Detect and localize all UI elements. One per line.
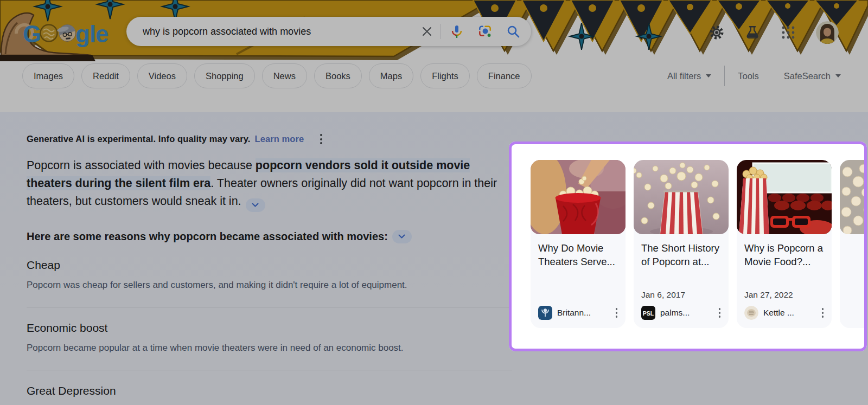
tab-images[interactable]: Images	[22, 63, 74, 88]
search-bar	[126, 17, 531, 46]
all-filters-label: All filters	[667, 71, 701, 81]
tab-videos[interactable]: Videos	[137, 63, 187, 88]
britannica-icon	[538, 306, 552, 320]
searchbar-divider	[441, 24, 441, 39]
profile-avatar[interactable]	[816, 21, 839, 44]
tools-button[interactable]: Tools	[738, 71, 759, 81]
card-source-name: palms...	[660, 308, 690, 318]
card-image-striped-popcorn-box	[634, 160, 729, 234]
card-source-row: Kettle ...	[744, 306, 825, 320]
card-menu-button[interactable]	[616, 308, 619, 318]
card-menu-button[interactable]	[719, 308, 722, 318]
expand-answer-button[interactable]	[246, 198, 265, 212]
reason-title: Great Depression	[27, 384, 512, 397]
card-source-name: Kettle ...	[763, 308, 794, 318]
apps-grid-icon	[781, 25, 795, 40]
chevron-down-icon	[706, 74, 711, 78]
source-card[interactable]: Why Do Movie Theaters Serve... Britann..…	[531, 160, 626, 328]
tab-flights[interactable]: Flights	[420, 63, 470, 88]
section-divider	[27, 370, 512, 370]
ai-answer-paragraph: Popcorn is associated with movies becaus…	[27, 157, 512, 212]
reason-title: Cheap	[27, 259, 512, 272]
source-cards-carousel: Why Do Movie Theaters Serve... Britann..…	[531, 160, 864, 328]
card-title: The Short History of Popcorn at...	[641, 241, 722, 268]
card-image-movie-theater-popcorn	[737, 160, 832, 234]
microphone-icon	[449, 24, 464, 39]
search-filter-chips: Images Reddit Videos Shopping News Books…	[22, 63, 532, 88]
tab-reddit[interactable]: Reddit	[81, 63, 130, 88]
flask-icon	[744, 24, 761, 41]
search-icon	[506, 24, 521, 39]
card-title: Why Do Movie Theaters Serve...	[538, 241, 618, 268]
reason-body: Popcorn was cheap for sellers and custom…	[27, 279, 512, 291]
tab-finance[interactable]: Finance	[477, 63, 532, 88]
card-image-popcorn-bucket-cinema	[531, 160, 626, 234]
gear-icon	[709, 24, 725, 41]
chevron-down-icon	[835, 74, 841, 78]
reason-body: Popcorn became popular at a time when mo…	[27, 342, 512, 354]
google-search-page: G gle	[0, 0, 868, 405]
card-body: Why Do Movie Theaters Serve... Britann..…	[531, 234, 626, 328]
disclaimer-menu-button[interactable]	[320, 134, 322, 144]
sge-disclaimer: Generative AI is experimental. Info qual…	[27, 134, 512, 144]
svg-text:PSL: PSL	[643, 310, 654, 317]
avatar-image	[816, 21, 839, 44]
sge-answer-column: Generative AI is experimental. Info qual…	[27, 134, 512, 397]
tab-shopping[interactable]: Shopping	[194, 63, 255, 88]
card-menu-button[interactable]	[822, 308, 825, 318]
source-card[interactable]: The Short History of Popcorn at... Jan 6…	[634, 160, 729, 328]
tab-books[interactable]: Books	[314, 63, 362, 88]
source-cards-panel: Why Do Movie Theaters Serve... Britann..…	[512, 144, 864, 349]
header-actions	[709, 21, 839, 44]
google-lens-icon	[477, 24, 493, 39]
source-card[interactable]: Why is Popcorn a Movie Food?... Jan 27, …	[737, 160, 832, 328]
card-source-name: Britann...	[557, 308, 591, 318]
search-labs-button[interactable]	[744, 24, 761, 41]
card-date: Jan 6, 2017	[641, 290, 722, 300]
reason-title: Economic boost	[27, 322, 512, 335]
answer-prefix: Popcorn is associated with movies becaus…	[27, 159, 256, 172]
kettle-icon	[744, 306, 758, 320]
card-title: Why is Popcorn a Movie Food?...	[744, 241, 825, 268]
section-divider	[27, 307, 512, 307]
safesearch-dropdown[interactable]: SafeSearch	[784, 71, 841, 81]
chevron-down-icon	[398, 234, 405, 239]
card-body: Why is Popcorn a Movie Food?... Jan 27, …	[737, 234, 832, 328]
svg-text:G: G	[23, 21, 40, 47]
all-filters-dropdown[interactable]: All filters	[667, 71, 711, 81]
reasons-heading-text: Here are some reasons why popcorn became…	[27, 230, 388, 243]
voice-search-button[interactable]	[449, 23, 465, 40]
filter-divider	[724, 66, 725, 86]
card-image-popcorn-closeup	[840, 160, 864, 234]
close-icon	[420, 25, 433, 38]
chevron-down-icon	[252, 203, 259, 207]
card-source-row: Britann...	[538, 306, 618, 320]
disclaimer-text: Generative AI is experimental. Info qual…	[27, 134, 250, 144]
search-input[interactable]	[143, 26, 419, 37]
source-card-partial[interactable]	[840, 160, 864, 328]
doodle-medallion	[41, 25, 58, 42]
google-apps-button[interactable]	[780, 24, 796, 41]
svg-text:gle: gle	[75, 21, 108, 47]
psl-icon: PSL	[641, 306, 655, 320]
tab-news[interactable]: News	[262, 63, 307, 88]
tools-label: Tools	[738, 71, 759, 81]
learn-more-link[interactable]: Learn more	[254, 134, 304, 144]
clear-search-button[interactable]	[419, 23, 435, 40]
filter-controls: All filters Tools SafeSearch	[667, 63, 841, 88]
safesearch-label: SafeSearch	[784, 71, 831, 81]
lens-search-button[interactable]	[477, 23, 493, 40]
card-date: Jan 27, 2022	[744, 290, 825, 300]
reasons-heading: Here are some reasons why popcorn became…	[27, 230, 512, 243]
card-body: The Short History of Popcorn at... Jan 6…	[634, 234, 729, 328]
card-source-row: PSL palms...	[641, 306, 722, 320]
search-submit-button[interactable]	[505, 23, 521, 40]
expand-reasons-button[interactable]	[392, 230, 412, 243]
settings-button[interactable]	[709, 24, 725, 41]
tab-maps[interactable]: Maps	[369, 63, 413, 88]
